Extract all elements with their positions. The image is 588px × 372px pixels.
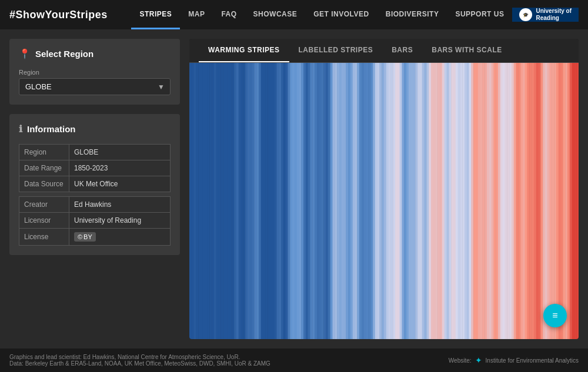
svg-rect-131 <box>482 63 485 339</box>
svg-rect-119 <box>456 63 458 339</box>
svg-rect-139 <box>500 63 503 339</box>
table-row: CreatorEd Hawkins <box>19 197 171 213</box>
svg-rect-167 <box>563 63 565 339</box>
svg-rect-173 <box>576 63 579 339</box>
main-content: 📍 Select Region Region GLOBE Africa Asia… <box>0 29 588 348</box>
svg-rect-30 <box>256 63 259 339</box>
svg-rect-147 <box>518 63 520 339</box>
svg-rect-171 <box>572 63 574 339</box>
svg-rect-56 <box>315 63 317 339</box>
svg-rect-47 <box>295 63 297 339</box>
nav-item-map[interactable]: MAP <box>180 0 213 29</box>
svg-rect-127 <box>473 63 476 339</box>
svg-rect-25 <box>245 63 248 339</box>
nav-item-support-us[interactable]: SUPPORT US <box>447 0 512 29</box>
svg-rect-26 <box>248 63 250 339</box>
svg-rect-53 <box>308 63 310 339</box>
svg-rect-72 <box>350 63 353 339</box>
university-name: University of Reading <box>536 8 572 22</box>
footer: Graphics and lead scientist: Ed Hawkins,… <box>0 348 588 372</box>
svg-rect-137 <box>496 63 498 339</box>
svg-rect-111 <box>437 63 440 339</box>
svg-rect-165 <box>559 63 561 339</box>
svg-rect-9 <box>209 63 212 339</box>
svg-rect-87 <box>384 63 386 339</box>
svg-rect-22 <box>239 63 241 339</box>
svg-rect-13 <box>218 63 220 339</box>
svg-rect-103 <box>420 63 422 339</box>
iea-logo-icon: ✦ <box>475 356 482 365</box>
nav-item-faq[interactable]: FAQ <box>213 0 245 29</box>
footer-right: Website: ✦ Institute for Environmental A… <box>449 356 579 365</box>
university-link[interactable]: 🎓 University of Reading <box>512 8 579 22</box>
header: #ShowYourStripes STRIPESMAPFAQSHOWCASEGE… <box>0 0 588 29</box>
svg-rect-135 <box>492 63 494 339</box>
svg-rect-61 <box>326 63 328 339</box>
svg-rect-124 <box>467 63 469 339</box>
svg-rect-126 <box>471 63 473 339</box>
svg-rect-79 <box>366 63 369 339</box>
svg-rect-24 <box>243 63 245 339</box>
nav-item-stripes[interactable]: STRIPES <box>131 0 180 29</box>
svg-rect-19 <box>232 63 234 339</box>
svg-rect-76 <box>359 63 362 339</box>
svg-rect-129 <box>478 63 480 339</box>
viz-tab-bars[interactable]: BARS <box>382 39 422 62</box>
visualization-container: WARMING STRIPESLABELLED STRIPESBARSBARS … <box>189 39 579 339</box>
svg-rect-60 <box>323 63 326 339</box>
svg-rect-54 <box>310 63 312 339</box>
svg-rect-29 <box>254 63 256 339</box>
svg-rect-58 <box>319 63 322 339</box>
svg-rect-128 <box>476 63 478 339</box>
svg-rect-159 <box>545 63 547 339</box>
svg-rect-172 <box>574 63 576 339</box>
svg-rect-28 <box>252 63 255 339</box>
svg-rect-6 <box>203 63 205 339</box>
svg-rect-46 <box>292 63 295 339</box>
nav-item-biodiversity[interactable]: BIODIVERSITY <box>377 0 447 29</box>
svg-rect-90 <box>390 63 393 339</box>
nav-item-get-involved[interactable]: GET INVOLVED <box>305 0 377 29</box>
svg-rect-101 <box>415 63 417 339</box>
svg-rect-75 <box>357 63 359 339</box>
svg-rect-97 <box>406 63 409 339</box>
svg-rect-50 <box>301 63 303 339</box>
svg-rect-55 <box>312 63 315 339</box>
svg-rect-81 <box>370 63 373 339</box>
svg-rect-0 <box>189 63 192 339</box>
university-logo: 🎓 <box>519 8 532 21</box>
svg-rect-115 <box>447 63 449 339</box>
svg-rect-3 <box>196 63 198 339</box>
viz-tab-bars-with-scale[interactable]: BARS WITH SCALE <box>422 39 512 62</box>
svg-rect-158 <box>543 63 545 339</box>
svg-rect-49 <box>299 63 301 339</box>
svg-rect-31 <box>259 63 261 339</box>
nav-item-showcase[interactable]: SHOWCASE <box>245 0 306 29</box>
svg-rect-2 <box>194 63 196 339</box>
svg-rect-10 <box>212 63 214 339</box>
region-select[interactable]: GLOBE Africa Asia Europe North America S… <box>19 78 171 95</box>
svg-rect-102 <box>417 63 420 339</box>
svg-rect-69 <box>344 63 346 339</box>
svg-rect-146 <box>516 63 518 339</box>
svg-rect-113 <box>442 63 445 339</box>
svg-rect-170 <box>570 63 572 339</box>
svg-rect-80 <box>368 63 370 339</box>
viz-tab-labelled-stripes[interactable]: LABELLED STRIPES <box>289 39 383 62</box>
svg-rect-169 <box>567 63 570 339</box>
info-table: RegionGLOBEDate Range1850-2023Data Sourc… <box>19 144 171 246</box>
region-select-wrapper: GLOBE Africa Asia Europe North America S… <box>19 78 171 95</box>
viz-tab-warming-stripes[interactable]: WARMING STRIPES <box>199 39 289 62</box>
svg-rect-160 <box>547 63 550 339</box>
svg-rect-110 <box>436 63 438 339</box>
info-icon: ℹ <box>19 123 22 135</box>
fab-button[interactable]: ≡ <box>543 304 567 327</box>
svg-rect-120 <box>458 63 460 339</box>
svg-rect-17 <box>228 63 230 339</box>
select-region-panel: 📍 Select Region Region GLOBE Africa Asia… <box>9 39 180 105</box>
svg-rect-52 <box>306 63 308 339</box>
svg-rect-100 <box>413 63 415 339</box>
svg-rect-96 <box>404 63 406 339</box>
menu-icon: ≡ <box>552 310 557 321</box>
svg-rect-39 <box>276 63 279 339</box>
